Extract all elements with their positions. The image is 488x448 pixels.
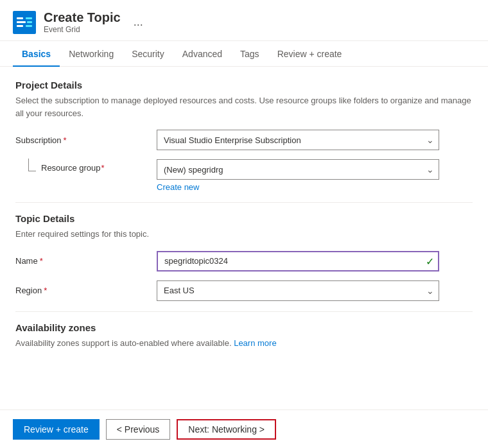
resource-group-select[interactable]: (New) spegridrg bbox=[157, 159, 439, 180]
name-control: ✓ bbox=[157, 251, 439, 271]
resource-group-control: (New) spegridrg ⌄ bbox=[157, 159, 439, 180]
more-options-button[interactable]: ... bbox=[134, 15, 143, 29]
resource-group-required: * bbox=[101, 163, 105, 173]
page-title: Create Topic bbox=[44, 10, 121, 25]
svg-rect-1 bbox=[17, 17, 23, 19]
name-row: Name * ✓ bbox=[15, 251, 473, 271]
resource-group-select-wrapper: (New) spegridrg ⌄ bbox=[157, 159, 439, 180]
subscription-required: * bbox=[64, 135, 67, 145]
divider-1 bbox=[15, 202, 473, 203]
next-networking-button[interactable]: Next: Networking > bbox=[177, 419, 276, 440]
name-label: Name * bbox=[15, 256, 157, 266]
region-select-wrapper: East US ⌄ bbox=[157, 280, 439, 301]
name-valid-icon: ✓ bbox=[426, 255, 434, 267]
subscription-select[interactable]: Visual Studio Enterprise Subscription bbox=[157, 130, 439, 150]
tab-bar: Basics Networking Security Advanced Tags… bbox=[0, 42, 488, 67]
project-details-description: Select the subscription to manage deploy… bbox=[15, 94, 473, 119]
learn-more-link[interactable]: Learn more bbox=[234, 338, 276, 348]
subscription-label: Subscription * bbox=[15, 135, 157, 145]
topic-details-description: Enter required settings for this topic. bbox=[15, 228, 473, 241]
availability-zones-title: Availability zones bbox=[15, 322, 473, 333]
create-new-link[interactable]: Create new bbox=[157, 182, 473, 192]
resource-group-tree-indent: Resource group * bbox=[15, 159, 157, 173]
review-create-button[interactable]: Review + create bbox=[13, 419, 100, 440]
svg-rect-4 bbox=[26, 17, 32, 19]
region-select[interactable]: East US bbox=[157, 280, 439, 301]
resource-group-label: Resource group bbox=[41, 163, 101, 173]
tab-advanced[interactable]: Advanced bbox=[173, 42, 231, 67]
region-row: Region * East US ⌄ bbox=[15, 280, 473, 301]
page-subtitle: Event Grid bbox=[44, 25, 121, 34]
svg-rect-2 bbox=[17, 21, 26, 23]
region-label: Region * bbox=[15, 286, 157, 295]
tab-tags[interactable]: Tags bbox=[231, 42, 268, 67]
tab-security[interactable]: Security bbox=[123, 42, 173, 67]
main-content: Project Details Select the subscription … bbox=[0, 67, 488, 393]
region-control: East US ⌄ bbox=[157, 280, 439, 301]
svg-rect-3 bbox=[17, 25, 23, 27]
resource-group-row: Resource group * (New) spegridrg ⌄ bbox=[15, 159, 473, 180]
svg-rect-6 bbox=[26, 25, 32, 27]
footer: Review + create < Previous Next: Network… bbox=[0, 409, 488, 448]
tab-networking[interactable]: Networking bbox=[60, 42, 123, 67]
subscription-control: Visual Studio Enterprise Subscription ⌄ bbox=[157, 130, 439, 150]
subscription-row: Subscription * Visual Studio Enterprise … bbox=[15, 130, 473, 150]
tab-basics[interactable]: Basics bbox=[13, 42, 60, 67]
event-grid-icon bbox=[13, 11, 36, 34]
svg-rect-5 bbox=[27, 21, 32, 23]
tab-review-create[interactable]: Review + create bbox=[268, 42, 351, 67]
name-input-wrapper: ✓ bbox=[157, 251, 439, 271]
header-text-group: Create Topic Event Grid bbox=[44, 10, 121, 34]
region-required: * bbox=[44, 286, 47, 295]
project-details-title: Project Details bbox=[15, 80, 473, 90]
previous-button[interactable]: < Previous bbox=[106, 419, 171, 440]
name-input[interactable] bbox=[157, 251, 439, 271]
availability-zones-description: Availability zones support is auto-enabl… bbox=[15, 337, 473, 350]
divider-2 bbox=[15, 311, 473, 312]
page-header: Create Topic Event Grid ... bbox=[0, 0, 488, 41]
subscription-select-wrapper: Visual Studio Enterprise Subscription ⌄ bbox=[157, 130, 439, 150]
topic-details-title: Topic Details bbox=[15, 213, 473, 224]
tree-line-icon bbox=[28, 159, 36, 171]
name-required: * bbox=[40, 256, 43, 266]
